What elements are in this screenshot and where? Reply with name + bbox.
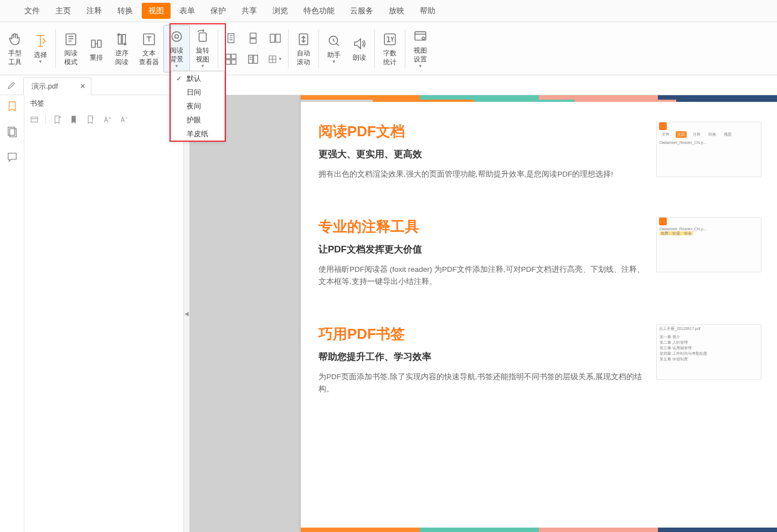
tool-word-count[interactable]: 字数 统计 (377, 25, 403, 73)
menu-file[interactable]: 文件 (17, 0, 48, 22)
bg-option-default[interactable]: ✓默认 (171, 71, 224, 85)
menu-protect[interactable]: 保护 (203, 0, 234, 22)
layout-cover-button[interactable] (246, 52, 260, 66)
layout-continuous-button[interactable] (246, 31, 260, 45)
bg-option-parchment[interactable]: 羊皮纸 (171, 127, 224, 141)
svg-point-2 (172, 32, 181, 41)
menu-share[interactable]: 共享 (234, 0, 265, 22)
menu-special[interactable]: 特色功能 (296, 0, 342, 22)
section-thumbnail: Datasheet_Reader_CN.p...免费、快速、安全 (656, 217, 761, 272)
ribbon-toolbar: 手型 工具 选择 ▼ 阅读 模式 重排 逆序 阅读 文本 查看器 阅读 背景 ▼… (0, 22, 777, 75)
tool-read-aloud[interactable]: 朗读 (347, 25, 372, 73)
bg-option-label: 护眼 (187, 115, 201, 125)
svg-rect-10 (226, 54, 230, 58)
check-icon: ✓ (171, 75, 187, 82)
read-bg-icon (168, 28, 185, 45)
bookmarks-panel-title: 书签 (24, 95, 183, 112)
bookmark-font-decrease-button[interactable] (118, 114, 129, 125)
tool-view-settings[interactable]: 视图 设置 ▼ (408, 25, 433, 73)
layout-facing-continuous-button[interactable] (224, 52, 238, 66)
svg-rect-6 (250, 33, 256, 37)
tool-text-viewer[interactable]: 文本 查看器 (135, 25, 163, 73)
sidebar-bookmarks-button[interactable] (6, 100, 19, 113)
tab-title: 演示.pdf (32, 81, 58, 91)
tool-hand[interactable]: 手型 工具 (2, 25, 28, 73)
panel-collapse-handle[interactable]: ◀ (184, 95, 189, 532)
separator (55, 29, 56, 68)
svg-rect-15 (254, 55, 258, 63)
tool-reverse-read[interactable]: 逆序 阅读 (109, 25, 135, 73)
tool-read-mode[interactable]: 阅读 模式 (58, 25, 84, 73)
layout-split-button[interactable]: ▼ (268, 52, 282, 66)
tool-reflow[interactable]: 重排 (84, 25, 109, 73)
tool-assistant[interactable]: 助手 ▼ (321, 25, 347, 73)
menu-present[interactable]: 放映 (381, 0, 412, 22)
svg-rect-9 (276, 34, 280, 42)
tool-auto-scroll[interactable]: 自动 滚动 (291, 25, 316, 73)
bookmarks-panel: 书签 (24, 95, 184, 532)
layout-single-page-button[interactable] (224, 31, 238, 45)
assistant-icon (326, 33, 342, 49)
sidebar-pages-button[interactable] (6, 125, 19, 138)
reverse-read-icon (114, 31, 130, 48)
menu-view[interactable]: 视图 (142, 3, 171, 19)
tool-rotate-view[interactable]: 旋转 视图 ▼ (190, 25, 215, 73)
sidebar-comments-button[interactable] (6, 151, 19, 164)
svg-rect-0 (66, 34, 75, 45)
tool-word-count-label: 字数 统计 (383, 49, 397, 66)
bookmark-add2-button[interactable] (68, 114, 79, 125)
caret-icon: ▼ (174, 64, 179, 69)
bookmark-font-increase-button[interactable] (101, 114, 112, 125)
section-subheading: 更强大、更实用、更高效 (318, 148, 647, 161)
tabbar-edit-icon[interactable] (0, 80, 23, 90)
svg-rect-7 (250, 38, 256, 43)
svg-rect-4 (199, 33, 207, 42)
section-body: 使用福昕PDF阅读器 (foxit reader) 为PDF文件添加注释,可对P… (318, 264, 647, 288)
svg-rect-13 (231, 59, 236, 64)
section-heading: 阅读PDF文档 (318, 122, 647, 141)
bg-option-night[interactable]: 夜间 (171, 99, 224, 113)
view-settings-icon (412, 28, 429, 45)
bookmark-expand-button[interactable] (29, 114, 40, 125)
separator (405, 29, 405, 68)
tool-select[interactable]: 选择 ▼ (28, 25, 53, 73)
section-body: 拥有出色的文档渲染效果,强大的页面管理功能,帮助提升效率,是您阅读PDF的理想选… (318, 168, 647, 180)
text-viewer-icon (141, 31, 157, 48)
bg-option-label: 羊皮纸 (187, 129, 208, 139)
read-aloud-icon (351, 35, 368, 52)
menu-cloud[interactable]: 云服务 (342, 0, 381, 22)
document-tab[interactable]: 演示.pdf × (23, 78, 91, 95)
bg-option-label: 日间 (187, 87, 201, 97)
tool-reflow-label: 重排 (90, 53, 103, 62)
page-top-stripe-2 (301, 100, 777, 102)
separator (318, 29, 319, 68)
separator (374, 29, 375, 68)
caret-icon: ▼ (200, 64, 205, 69)
menu-form[interactable]: 表单 (172, 0, 203, 22)
read-mode-icon (63, 31, 79, 48)
tool-read-bg-label: 阅读 背景 (170, 46, 183, 64)
separator (288, 29, 289, 68)
doc-section-1: 阅读PDF文档 更强大、更实用、更高效 拥有出色的文档渲染效果,强大的页面管理功… (301, 102, 777, 197)
menu-comment[interactable]: 注释 (79, 0, 110, 22)
select-icon (32, 33, 49, 49)
tab-close-button[interactable]: × (80, 81, 85, 91)
menu-home[interactable]: 主页 (48, 0, 79, 22)
bookmark-add-button[interactable] (52, 114, 63, 125)
tool-hand-label: 手型 工具 (8, 49, 22, 66)
menu-help[interactable]: 帮助 (412, 0, 443, 22)
menu-convert[interactable]: 转换 (110, 0, 141, 22)
bg-option-day[interactable]: 日间 (171, 85, 224, 99)
svg-rect-12 (226, 59, 230, 64)
section-thumbnail: 员工手册_20120917.pdf 第一章 简介 第二章 入职管理 第三章 试用… (656, 324, 761, 380)
bookmark-delete-button[interactable] (85, 114, 96, 125)
section-body: 为PDF页面添加书签,除了实现内容的快速导航,书签还能指明不同书签的层级关系,展… (318, 371, 647, 395)
tool-read-background[interactable]: 阅读 背景 ▼ (163, 25, 190, 73)
menu-browse[interactable]: 浏览 (265, 0, 296, 22)
rotate-icon (194, 28, 211, 45)
layout-facing-button[interactable] (268, 31, 282, 45)
tool-text-viewer-label: 文本 查看器 (139, 49, 159, 66)
tool-select-label: 选择 (34, 50, 47, 59)
document-viewport[interactable]: 阅读PDF文档 更强大、更实用、更高效 拥有出色的文档渲染效果,强大的页面管理功… (189, 95, 777, 532)
bg-option-eye[interactable]: 护眼 (171, 113, 224, 127)
